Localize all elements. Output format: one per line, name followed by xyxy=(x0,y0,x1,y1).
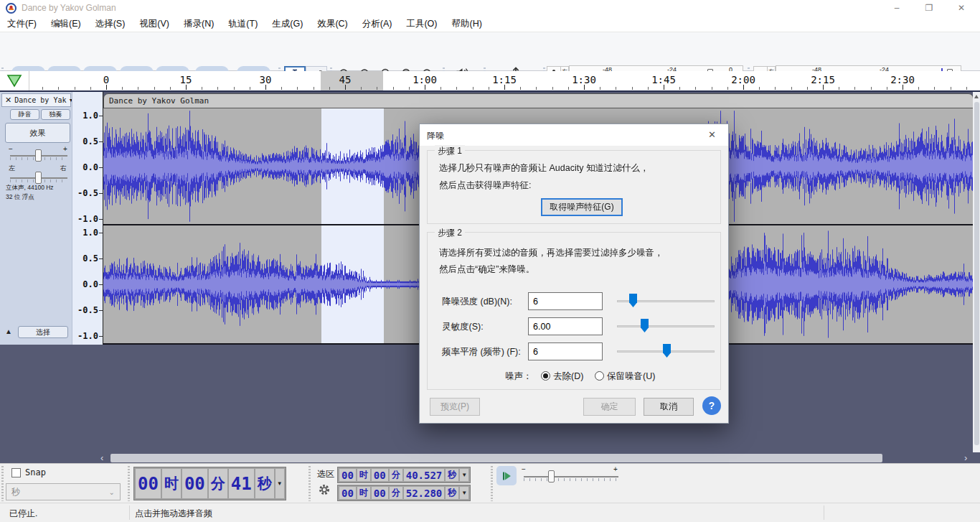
noise-remove-radio[interactable] xyxy=(541,371,550,381)
snap-checkbox[interactable] xyxy=(11,468,21,477)
selection-start-time[interactable]: 00 时 00 分 40.527 秒 ▼ xyxy=(337,467,471,483)
minimize-button[interactable]: – xyxy=(882,0,911,16)
selection-end-time[interactable]: 00 时 00 分 52.280 秒 ▼ xyxy=(337,485,471,501)
menu-tools[interactable]: 工具(O) xyxy=(399,16,444,32)
snap-mode-value: 秒 xyxy=(11,487,20,497)
timeline-ticks xyxy=(29,71,973,90)
snap-mode-select[interactable]: 秒 ⌄ xyxy=(6,483,121,500)
get-noise-profile-button[interactable]: 取得噪声特征(G) xyxy=(541,198,623,216)
toolbar-gripper[interactable] xyxy=(128,466,130,501)
menu-help[interactable]: 帮助(H) xyxy=(444,16,489,32)
gain-minus-label: − xyxy=(9,145,13,153)
time-hours[interactable]: 00 xyxy=(136,469,161,498)
horizontal-scrollbar-thumb[interactable] xyxy=(110,454,882,462)
smoothing-input[interactable] xyxy=(528,342,603,360)
time-hours-unit: 时 xyxy=(162,469,181,498)
sel-start-minutes[interactable]: 00 xyxy=(372,469,388,481)
sel-start-minutes-unit: 分 xyxy=(390,469,402,481)
smoothing-slider-thumb[interactable] xyxy=(663,344,671,358)
sel-end-format-arrow-icon[interactable]: ▼ xyxy=(460,487,468,499)
close-button[interactable]: ✕ xyxy=(947,0,976,16)
noise-residue-label[interactable]: 保留噪音(U) xyxy=(607,370,655,383)
sel-start-hours-unit: 时 xyxy=(357,469,370,481)
mute-button[interactable]: 静音 xyxy=(10,109,39,120)
sel-start-format-arrow-icon[interactable]: ▼ xyxy=(460,469,468,481)
noise-remove-label[interactable]: 去除(D) xyxy=(553,370,583,383)
track-close-icon[interactable]: ✕ xyxy=(2,95,14,105)
noise-residue-radio[interactable] xyxy=(595,371,604,381)
scroll-left-arrow-icon[interactable]: ‹ xyxy=(100,452,103,464)
noise-reduction-input[interactable] xyxy=(528,292,603,310)
scroll-right-arrow-icon[interactable]: › xyxy=(964,452,967,464)
restore-button[interactable]: ❐ xyxy=(915,0,943,16)
sel-start-hours[interactable]: 00 xyxy=(339,469,356,481)
menu-analyze[interactable]: 分析(A) xyxy=(355,16,400,32)
dialog-close-button[interactable]: ✕ xyxy=(696,124,728,146)
time-seconds[interactable]: 41 xyxy=(229,469,254,498)
status-separator xyxy=(824,505,824,520)
menu-transport[interactable]: 播录(N) xyxy=(176,16,221,32)
scale-label: 0.0 xyxy=(72,279,98,289)
time-format-arrow-icon[interactable]: ▼ xyxy=(275,469,284,498)
step2-group: 步骤 2 请选择所有要过滤的音频，再选择需要过滤掉多少噪音， 然后点击“确定”来… xyxy=(427,232,721,390)
menu-file[interactable]: 文件(F) xyxy=(0,16,44,32)
toolbar-gripper[interactable] xyxy=(1,466,4,501)
gain-slider-thumb[interactable] xyxy=(35,149,42,162)
play-icon xyxy=(501,471,512,481)
menu-view[interactable]: 视图(V) xyxy=(132,16,176,32)
speed-slider-track[interactable] xyxy=(524,476,618,477)
effects-button[interactable]: 效果 xyxy=(5,123,70,143)
menu-tracks[interactable]: 轨道(T) xyxy=(221,16,265,32)
noise-reduction-slider-thumb[interactable] xyxy=(629,294,637,307)
track-name[interactable]: Dance by Yak xyxy=(14,96,66,104)
toolbar-gripper[interactable] xyxy=(491,466,493,501)
speed-slider-thumb[interactable] xyxy=(548,470,555,483)
dialog-title-bar[interactable]: 降噪 ✕ xyxy=(420,124,728,146)
sel-end-hours[interactable]: 00 xyxy=(339,487,356,499)
sel-start-seconds-unit: 秒 xyxy=(446,469,458,481)
sel-end-minutes[interactable]: 00 xyxy=(372,487,388,499)
sensitivity-slider-thumb[interactable] xyxy=(641,319,649,332)
cancel-button[interactable]: 取消 xyxy=(644,398,694,416)
selection-label: 选区 xyxy=(317,468,334,480)
menu-edit[interactable]: 编辑(E) xyxy=(44,16,88,32)
sensitivity-slider[interactable] xyxy=(617,325,715,327)
menu-bar: 文件(F)编辑(E)选择(S)视图(V)播录(N)轨道(T)生成(G)效果(C)… xyxy=(0,16,980,32)
play-at-speed-button[interactable] xyxy=(496,466,517,485)
menu-effect[interactable]: 效果(C) xyxy=(310,16,354,32)
preview-button[interactable]: 预览(P) xyxy=(430,398,480,416)
status-separator xyxy=(129,505,130,520)
timeline-pinned-head-button[interactable] xyxy=(0,71,29,90)
sensitivity-input[interactable] xyxy=(528,317,603,335)
horizontal-scrollbar[interactable]: ‹ › xyxy=(0,452,980,464)
sel-start-seconds[interactable]: 40.527 xyxy=(404,469,445,481)
pan-slider-thumb[interactable] xyxy=(35,172,42,184)
menu-generate[interactable]: 生成(G) xyxy=(265,16,310,32)
clip-title-bar[interactable]: Dance by Yakov Golman xyxy=(103,93,974,108)
ok-button[interactable]: 确定 xyxy=(583,398,636,416)
track-select-button[interactable]: 选择 xyxy=(18,326,68,338)
step2-line1: 请选择所有要过滤的音频，再选择需要过滤掉多少噪音， xyxy=(439,247,664,259)
time-seconds-unit: 秒 xyxy=(255,469,274,498)
collapse-track-icon[interactable]: ▲ xyxy=(5,327,12,335)
scale-label: 0.5 xyxy=(72,136,98,146)
solo-button[interactable]: 独奏 xyxy=(41,109,70,120)
audio-position-time[interactable]: 00 时 00 分 41 秒 ▼ xyxy=(133,467,286,500)
status-state: 已停止. xyxy=(9,508,37,520)
menu-select[interactable]: 选择(S) xyxy=(88,16,133,32)
help-button[interactable]: ? xyxy=(702,396,721,415)
pan-right-label: 右 xyxy=(60,164,67,173)
vertical-scale-ruler[interactable]: 1.00.50.0-0.5-1.01.00.50.0-0.5-1.0 xyxy=(72,92,103,345)
scroll-up-arrow-icon[interactable] xyxy=(974,95,979,98)
timeline-ruler[interactable]: 0 15 30 45 1:00 1:15 1:30 1:45 2:00 2:15… xyxy=(0,71,980,92)
selection-settings-button[interactable] xyxy=(319,484,330,498)
time-minutes[interactable]: 00 xyxy=(182,469,207,498)
toolbar-gripper[interactable] xyxy=(308,466,311,501)
vertical-scrollbar-thumb[interactable] xyxy=(974,102,979,445)
track-header: ✕ Dance by Yak ▼ xyxy=(1,93,71,107)
audacity-window: Dance by Yakov Golman – ❐ ✕ 文件(F)编辑(E)选择… xyxy=(0,0,980,522)
scale-label: -1.0 xyxy=(72,214,98,224)
sel-end-seconds[interactable]: 52.280 xyxy=(404,487,445,499)
vertical-scrollbar[interactable] xyxy=(973,92,980,452)
scale-label: 0.0 xyxy=(72,162,98,172)
